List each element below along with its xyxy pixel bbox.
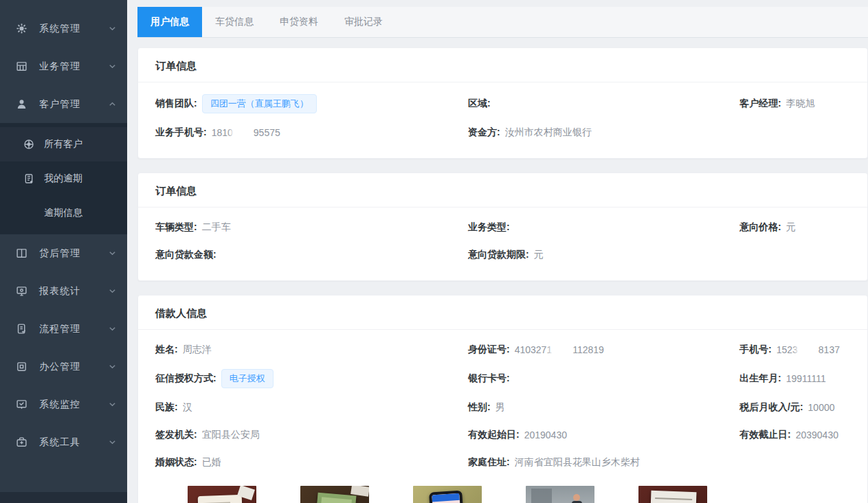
sidebar-item-label: 业务管理 (39, 60, 109, 73)
sidebar-item-postloan-management[interactable]: 贷后管理 (0, 234, 127, 272)
field-label: 区域: (468, 98, 491, 110)
field-label: 手机号: (739, 344, 772, 356)
sidebar-item-customer-management[interactable]: 客户管理 (0, 85, 127, 123)
customers-icon (23, 139, 34, 150)
document-photos: 身份证 驾驶证证件 征信授权 (155, 476, 850, 503)
redaction-blur (552, 345, 572, 355)
order-info-card-2: 订单信息 车辆类型: 二手车 业务类型: 意向价格: 元 (137, 172, 868, 281)
order-info-card-1: 订单信息 销售团队: 四团一营（直属王鹏飞） 区域: 客户经理: 李晓旭 (137, 47, 868, 159)
sidebar-item-overdue-info[interactable]: 逾期信息 (0, 196, 127, 230)
sidebar-item-report-statistics[interactable]: 报表统计 (0, 272, 127, 310)
tab-approval-records[interactable]: 审批记录 (331, 7, 396, 37)
field-value: 已婚 (202, 456, 221, 469)
photo-handwritten-document[interactable] (638, 486, 707, 503)
field-id-number: 身份证号: 4103271112819 (468, 342, 739, 358)
field-value: 15238137 (777, 344, 840, 355)
sidebar-item-office-management[interactable]: 办公管理 (0, 348, 127, 385)
chevron-down-icon (109, 25, 116, 32)
field-label: 意向价格: (739, 221, 781, 234)
field-funder: 资金方: 汝州市农村商业银行 (468, 124, 739, 141)
field-value: 元 (786, 221, 796, 234)
field-region: 区域: (468, 96, 739, 112)
sidebar-item-system-tools[interactable]: 系统工具 (0, 423, 127, 461)
field-vehicle-type: 车辆类型: 二手车 (155, 219, 468, 236)
field-value: 男 (496, 401, 505, 414)
field-loan-term: 意向贷款期限: 元 (468, 247, 739, 263)
field-label: 车辆类型: (155, 221, 197, 234)
field-name: 姓名: 周志洋 (155, 342, 468, 358)
workflow-icon (16, 323, 27, 335)
field-business-phone: 业务手机号: 181095575 (155, 124, 468, 141)
field-sales-team: 销售团队: 四团一营（直属王鹏飞） (155, 94, 468, 113)
field-value: 宜阳县公安局 (202, 429, 260, 441)
field-value: 19911111 (786, 373, 826, 384)
user-icon (16, 98, 27, 110)
sidebar: 系统管理 业务管理 客户管理 (0, 0, 127, 503)
sidebar-item-label: 系统管理 (39, 23, 109, 35)
grid-icon (16, 60, 27, 72)
gear-icon (16, 23, 27, 34)
app-window: 系统管理 业务管理 客户管理 (0, 0, 868, 503)
open-book-icon (16, 247, 27, 259)
sidebar-item-label: 我的逾期 (44, 172, 82, 185)
field-value: 李晓旭 (786, 98, 815, 110)
chevron-down-icon (109, 401, 116, 408)
field-label: 银行卡号: (468, 372, 510, 385)
photo-license-booklet[interactable] (300, 486, 369, 503)
photo-phone-qr-code[interactable] (413, 486, 482, 503)
sidebar-submenu-customer: 所有客户 我的逾期 逾期信息 (0, 123, 127, 234)
sidebar-item-label: 流程管理 (39, 323, 109, 335)
field-monthly-income: 税后月收入/元: 10000 (739, 399, 850, 416)
photo-item: 村委证明 (638, 486, 707, 503)
tab-car-loan-info[interactable]: 车贷信息 (202, 7, 267, 37)
sidebar-item-system-management[interactable]: 系统管理 (0, 10, 127, 47)
field-label: 征信授权方式: (155, 372, 216, 385)
field-label: 有效截止日: (739, 429, 791, 441)
monitor-icon (16, 285, 27, 297)
field-label: 性别: (468, 401, 491, 414)
sidebar-item-workflow-management[interactable]: 流程管理 (0, 310, 127, 348)
field-ethnicity: 民族: 汉 (155, 399, 468, 416)
card-title: 借款人信息 (138, 295, 867, 330)
chevron-down-icon (109, 438, 116, 446)
field-label: 身份证号: (468, 344, 510, 356)
sidebar-item-label: 贷后管理 (39, 247, 109, 260)
tab-loan-application-docs[interactable]: 申贷资料 (267, 7, 331, 37)
borrower-info-card: 借款人信息 姓名: 周志洋 身份证号: 4103271112819 手机号: 1… (137, 295, 868, 503)
field-valid-to: 有效截止日: 20390430 (739, 427, 850, 443)
redaction-blur (798, 345, 819, 355)
sidebar-item-label: 客户管理 (39, 98, 109, 111)
field-value: 10000 (808, 402, 835, 413)
field-account-manager: 客户经理: 李晓旭 (739, 96, 850, 112)
field-home-address: 家庭住址: 河南省宜阳县花果山乡木柴村 (468, 454, 739, 471)
photo-person-with-car[interactable] (526, 486, 594, 503)
field-birth-date: 出生年月: 19911111 (739, 370, 850, 387)
tab-user-info[interactable]: 用户信息 (137, 7, 202, 37)
photo-id-card[interactable] (188, 486, 256, 503)
photo-item: 驾驶证证件 (300, 486, 369, 503)
field-value: 20390430 (796, 429, 838, 440)
field-label: 婚姻状态: (155, 456, 197, 469)
field-value: 汝州市农村商业银行 (505, 126, 592, 139)
field-value: 二手车 (202, 221, 231, 234)
notebook-icon (23, 173, 34, 184)
sidebar-item-system-monitor[interactable]: 系统监控 (0, 385, 127, 423)
main-content: 用户信息 车贷信息 申贷资料 审批记录 订单信息 销售团队: 四团一营（直属王鹏… (127, 0, 868, 503)
field-valid-from: 有效起始日: 20190430 (468, 427, 739, 443)
monitor-check-icon (16, 399, 27, 410)
sales-team-tag[interactable]: 四团一营（直属王鹏飞） (202, 94, 317, 113)
credit-auth-tag[interactable]: 电子授权 (221, 369, 274, 388)
field-label: 意向贷款期限: (468, 249, 529, 261)
sidebar-item-business-management[interactable]: 业务管理 (0, 47, 127, 85)
field-value: 4103271112819 (515, 344, 604, 355)
photo-item: 身份证 (188, 486, 256, 503)
field-value: 周志洋 (183, 344, 212, 356)
field-label: 家庭住址: (468, 456, 510, 469)
chevron-down-icon (109, 287, 116, 295)
field-business-type: 业务类型: (468, 219, 739, 236)
field-label: 签发机关: (155, 429, 197, 441)
sidebar-item-my-overdue[interactable]: 我的逾期 (0, 161, 127, 196)
sidebar-item-label: 报表统计 (39, 285, 109, 298)
sidebar-item-all-customers[interactable]: 所有客户 (0, 127, 127, 161)
chevron-up-icon (109, 100, 116, 108)
